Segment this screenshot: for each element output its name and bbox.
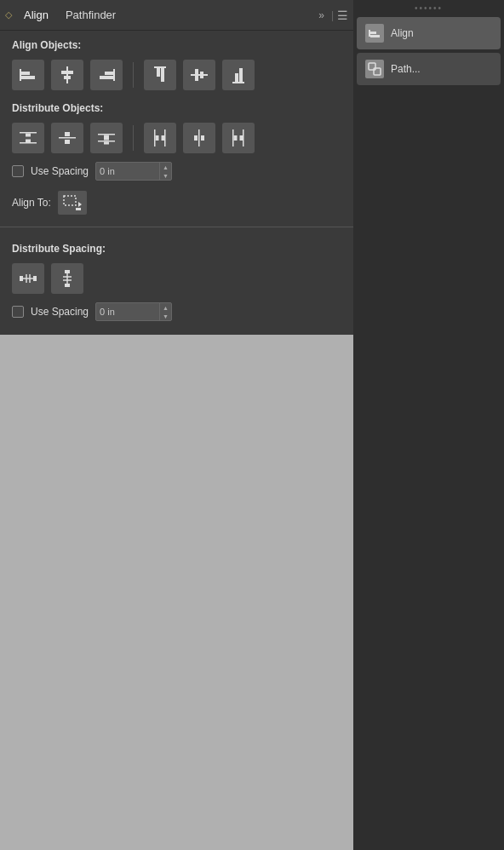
use-spacing-1-arrows[interactable]: ▲ ▼ — [159, 163, 171, 180]
use-spacing-2-arrows[interactable]: ▲ ▼ — [159, 303, 171, 320]
drag-dots-icon: •••••• — [415, 3, 443, 13]
svg-rect-48 — [65, 270, 70, 273]
align-right-button[interactable] — [90, 60, 123, 90]
svg-rect-38 — [234, 135, 238, 141]
use-spacing-2-value: 0 in — [96, 307, 159, 317]
use-spacing-1-up[interactable]: ▲ — [160, 163, 171, 171]
align-bottom-button[interactable] — [222, 60, 255, 90]
right-tab-pathfinder-label: Path... — [391, 63, 421, 75]
align-to-icon-button[interactable] — [58, 191, 87, 215]
svg-rect-36 — [232, 129, 234, 146]
use-spacing-1-input[interactable]: 0 in ▲ ▼ — [95, 162, 172, 181]
distribute-top-button[interactable] — [12, 123, 44, 153]
svg-rect-44 — [33, 276, 37, 281]
svg-rect-40 — [64, 196, 76, 205]
svg-rect-12 — [191, 74, 208, 76]
svg-rect-5 — [64, 76, 71, 79]
use-spacing-2-input[interactable]: 0 in ▲ ▼ — [95, 302, 172, 321]
svg-rect-25 — [98, 134, 115, 135]
separator-2 — [133, 125, 134, 151]
svg-rect-53 — [369, 30, 370, 37]
svg-rect-24 — [65, 140, 70, 144]
svg-rect-20 — [26, 134, 31, 137]
right-tab-align-label: Align — [391, 27, 414, 39]
align-top-button[interactable] — [144, 60, 176, 90]
use-spacing-2-checkbox[interactable] — [12, 306, 24, 318]
svg-rect-43 — [20, 276, 23, 281]
panel-body: ◇ Align Pathfinder » | ☰ Align Objects: — [0, 0, 353, 335]
use-spacing-2-down[interactable]: ▼ — [160, 312, 171, 320]
svg-rect-1 — [21, 72, 30, 75]
svg-rect-14 — [200, 72, 203, 78]
svg-rect-34 — [194, 135, 198, 141]
use-spacing-1-down[interactable]: ▼ — [160, 171, 171, 180]
svg-rect-16 — [235, 73, 238, 82]
svg-rect-28 — [104, 142, 109, 145]
tab-bar: ◇ Align Pathfinder » | ☰ — [0, 0, 353, 31]
use-spacing-2-label: Use Spacing — [31, 306, 89, 318]
distribute-spacing-header: Distribute Spacing: — [0, 234, 353, 260]
distribute-right-button[interactable] — [222, 123, 255, 153]
distribute-objects-row — [0, 119, 353, 157]
svg-rect-9 — [154, 66, 166, 68]
svg-rect-31 — [156, 135, 159, 141]
svg-rect-29 — [154, 129, 156, 146]
distribute-bottom-button[interactable] — [90, 123, 123, 153]
separator-1 — [133, 62, 134, 88]
svg-rect-42 — [76, 208, 81, 210]
align-left-button[interactable] — [12, 60, 44, 90]
svg-rect-27 — [104, 135, 109, 141]
tab-overflow-arrows[interactable]: » — [318, 9, 324, 21]
tab-align[interactable]: Align — [15, 3, 57, 26]
svg-rect-49 — [65, 284, 70, 287]
drag-handle: •••••• — [353, 0, 504, 15]
svg-rect-32 — [162, 135, 165, 141]
align-to-row: Align To: — [0, 186, 353, 220]
use-spacing-2-row: Use Spacing 0 in ▲ ▼ — [0, 297, 353, 326]
svg-rect-17 — [239, 68, 243, 82]
right-pathfinder-icon — [365, 60, 384, 78]
svg-rect-7 — [105, 72, 113, 75]
svg-rect-3 — [66, 66, 68, 83]
svg-rect-15 — [232, 82, 244, 83]
distribute-spacing-horizontal-button[interactable] — [12, 263, 44, 294]
svg-rect-26 — [98, 141, 115, 142]
svg-marker-41 — [78, 202, 82, 207]
svg-rect-54 — [370, 32, 376, 34]
section-divider — [0, 227, 353, 227]
panel-diamond-icon: ◇ — [5, 9, 12, 20]
right-tab-align[interactable]: Align — [357, 17, 501, 49]
align-center-horizontal-button[interactable] — [51, 60, 83, 90]
distribute-objects-header: Distribute Objects: — [0, 94, 353, 119]
svg-rect-39 — [240, 135, 243, 141]
align-objects-row — [0, 56, 353, 94]
svg-rect-8 — [100, 76, 113, 79]
svg-rect-22 — [59, 137, 76, 139]
tab-pathfinder[interactable]: Pathfinder — [57, 3, 124, 26]
right-tab-pathfinder[interactable]: Path... — [357, 53, 501, 85]
distribute-left-button[interactable] — [144, 123, 176, 153]
svg-rect-2 — [21, 76, 35, 79]
svg-rect-13 — [195, 69, 198, 81]
use-spacing-1-checkbox[interactable] — [12, 165, 24, 177]
align-to-label: Align To: — [12, 197, 51, 209]
distribute-spacing-vertical-button[interactable] — [51, 263, 83, 294]
use-spacing-1-value: 0 in — [96, 166, 159, 176]
align-middle-vertical-button[interactable] — [183, 60, 215, 90]
tab-menu-icon[interactable]: ☰ — [337, 9, 348, 22]
svg-rect-11 — [161, 68, 164, 82]
svg-rect-23 — [65, 132, 70, 136]
distribute-spacing-row — [0, 260, 353, 297]
svg-rect-55 — [370, 35, 380, 37]
svg-rect-18 — [20, 132, 37, 134]
use-spacing-2-up[interactable]: ▲ — [160, 303, 171, 312]
distribute-center-horizontal-button[interactable] — [51, 123, 83, 153]
distribute-center-vertical-button[interactable] — [183, 123, 215, 153]
svg-rect-10 — [157, 68, 160, 77]
svg-rect-37 — [243, 129, 244, 146]
svg-rect-0 — [20, 69, 21, 81]
svg-rect-6 — [113, 69, 115, 81]
svg-rect-21 — [26, 140, 31, 143]
canvas-area — [0, 335, 353, 850]
svg-rect-4 — [61, 71, 73, 74]
